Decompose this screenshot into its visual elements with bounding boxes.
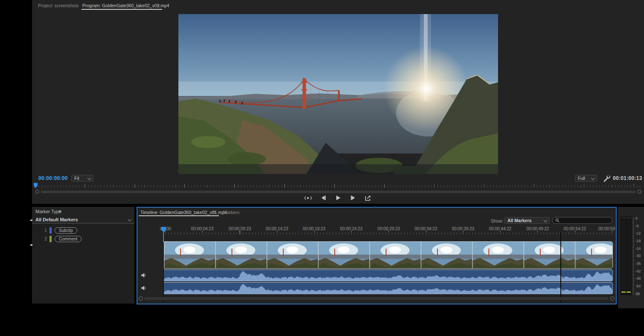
monitor-scrollbar[interactable]	[41, 191, 636, 193]
marker-panel-title: Marker Type	[35, 209, 61, 214]
meter-scale-label: -18	[635, 239, 641, 243]
marker-label-pill: Comment	[55, 236, 82, 242]
edit-cursor-line	[560, 232, 561, 302]
active-tab-underline	[82, 9, 162, 10]
search-icon	[555, 218, 559, 223]
panel-menu-icon[interactable]: ≡	[58, 209, 61, 214]
playhead-line-lower	[163, 242, 164, 302]
show-label: Show:	[491, 218, 503, 223]
meter-tick-column	[633, 218, 634, 295]
zoom-level-value: Fit	[74, 176, 79, 181]
meter-scale-label: dB	[635, 292, 640, 296]
timeline-panel: Timeline: GoldenGate360_take02_v01.mp4 ≡…	[137, 207, 617, 304]
panel-edge-tick	[30, 244, 32, 246]
chevron-down-icon	[128, 218, 131, 221]
meter-scale-label: -12	[635, 231, 641, 235]
meter-peak-left	[621, 292, 626, 293]
marker-list-item[interactable]: 2 Comment	[32, 235, 134, 243]
playhead-line[interactable]	[163, 232, 164, 242]
golden-gate-panorama	[178, 14, 498, 174]
timeline-ruler[interactable]	[163, 226, 615, 235]
show-markers-select[interactable]: All Markers	[504, 217, 550, 224]
chevron-down-icon	[87, 177, 91, 180]
meter-peak-right	[627, 292, 631, 293]
timeline-scroll-right-handle[interactable]	[610, 296, 615, 301]
timeline-scrollbar[interactable]	[144, 297, 609, 300]
marker-color-chip	[50, 227, 52, 234]
marker-index: 1	[32, 228, 47, 233]
audio-meter-panel: 0 -6 -12 -18 -24 -30 -36 -42 -48 -54 dB	[618, 207, 644, 308]
transport-controls	[32, 194, 644, 203]
step-back-button[interactable]	[318, 194, 328, 201]
meter-scale-label: -42	[635, 269, 641, 273]
settings-wrench-icon[interactable]	[603, 174, 611, 182]
meter-scale-label: -6	[635, 224, 639, 228]
program-monitor-panel: Project: screenshots Program: GoldenGate…	[32, 0, 644, 204]
marker-filter-value: All Default Markers	[35, 217, 78, 222]
meter-channel-box	[626, 216, 631, 219]
meter-scale-label: -30	[635, 254, 641, 258]
marker-search-input[interactable]	[552, 217, 612, 224]
audio2-mute-button[interactable]	[141, 285, 147, 291]
panel-menu-icon[interactable]: ≡	[157, 3, 160, 8]
program-video-viewport[interactable]	[178, 14, 498, 174]
active-tab-underline	[139, 215, 219, 216]
panel-edge-tick	[30, 220, 32, 221]
export-frame-button[interactable]	[363, 194, 373, 201]
audio1-mute-button[interactable]	[141, 272, 147, 278]
level-meter-bars	[621, 220, 632, 295]
meter-scale-label: 0	[635, 216, 638, 220]
monitor-scroll-left-handle[interactable]	[35, 190, 39, 194]
marker-type-panel: Marker Type ≡ All Default Markers 1 Subc…	[32, 207, 134, 304]
timeline-scroll-left-handle[interactable]	[139, 296, 143, 301]
speaker-icon	[141, 272, 147, 278]
panel-menu-icon[interactable]: ≡	[213, 209, 216, 214]
meter-scale-label: -48	[635, 276, 641, 281]
play-in-to-out-button[interactable]	[303, 194, 313, 201]
marker-color-chip	[50, 236, 52, 242]
tab-program[interactable]: Program: GoldenGate360_take02_v01.mp4	[82, 3, 169, 8]
show-markers-value: All Markers	[507, 218, 532, 223]
meter-scale-label: -24	[635, 246, 641, 251]
audio-clip-2[interactable]	[163, 282, 613, 294]
playback-quality-select[interactable]: Full	[575, 175, 597, 182]
meter-scale-label: -54	[635, 284, 641, 288]
step-forward-button[interactable]	[348, 194, 358, 201]
monitor-scroll-right-handle[interactable]	[638, 190, 641, 194]
current-timecode[interactable]: 00:00:00:00	[38, 175, 68, 181]
audio-clip-1[interactable]	[163, 269, 613, 281]
marker-label-pill: Subclip	[55, 227, 77, 234]
speaker-icon	[141, 285, 147, 291]
play-button[interactable]	[333, 194, 343, 201]
video-clip[interactable]	[163, 241, 613, 269]
tab-project[interactable]: Project: screenshots	[38, 3, 79, 8]
monitor-seekbar[interactable]	[32, 182, 644, 189]
duration-timecode: 00:01:00:13	[613, 175, 642, 181]
marker-index: 2	[32, 236, 47, 241]
marker-list-item[interactable]: 1 Subclip	[32, 226, 134, 234]
meter-scale-label: -36	[635, 261, 641, 266]
playback-quality-value: Full	[578, 176, 585, 181]
app-screen: Project: screenshots Program: GoldenGate…	[0, 0, 644, 336]
tab-markers[interactable]: Markers	[223, 210, 239, 215]
chevron-down-icon	[544, 219, 547, 222]
zoom-level-select[interactable]: Fit	[71, 175, 93, 182]
marker-filter-select[interactable]: All Default Markers	[32, 216, 134, 223]
chevron-down-icon	[591, 177, 594, 180]
